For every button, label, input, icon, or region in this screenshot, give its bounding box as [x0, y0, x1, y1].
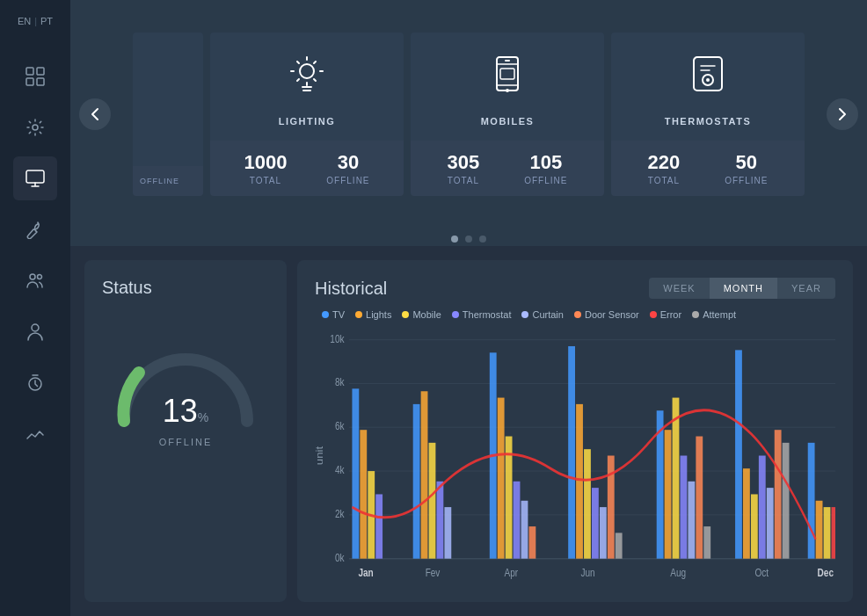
sidebar-item-grid[interactable]: [13, 54, 57, 98]
svg-point-7: [38, 275, 42, 279]
sidebar-item-settings[interactable]: [13, 105, 57, 149]
svg-rect-14: [500, 69, 514, 79]
thermostats-total-value: 220: [648, 151, 681, 174]
legend-door-sensor-dot: [574, 311, 581, 318]
historical-title: Historical: [315, 279, 387, 299]
device-card-mobiles: MOBILES 305 TOTAL 105 OFFLINE: [411, 33, 604, 196]
legend-tv-label: TV: [332, 309, 345, 320]
lighting-total-stat: 1000 TOTAL: [244, 151, 287, 185]
carousel-items: OFFLINE LIGHTING: [114, 33, 823, 196]
svg-rect-65: [775, 430, 782, 559]
svg-rect-38: [437, 482, 444, 559]
legend-door-sensor: Door Sensor: [574, 309, 639, 320]
gauge-value: 13%: [163, 393, 209, 430]
svg-rect-13: [505, 60, 510, 62]
svg-rect-54: [665, 430, 672, 559]
partial-offline-label: OFFLINE: [140, 177, 196, 185]
chart-legend: TV Lights Mobile Thermostat Curtain: [315, 309, 835, 320]
svg-rect-5: [26, 170, 44, 183]
svg-rect-68: [816, 501, 823, 559]
carousel-dot-2[interactable]: [479, 236, 486, 243]
legend-error: Error: [650, 309, 681, 320]
svg-rect-39: [444, 507, 451, 559]
svg-text:6k: 6k: [335, 419, 345, 432]
legend-curtain-label: Curtain: [532, 309, 563, 320]
mobiles-offline-stat: 105 OFFLINE: [524, 151, 567, 185]
thermostats-total-label: TOTAL: [648, 176, 681, 185]
svg-rect-57: [688, 482, 695, 559]
svg-text:Apr: Apr: [505, 566, 519, 579]
svg-rect-31: [352, 388, 359, 558]
svg-rect-63: [759, 456, 766, 559]
svg-rect-60: [735, 350, 742, 558]
svg-rect-52: [616, 533, 623, 558]
device-card-thermostats-bottom: 220 TOTAL 50 OFFLINE: [611, 141, 805, 196]
sidebar-item-timer[interactable]: [13, 360, 57, 404]
device-card-mobiles-bottom: 305 TOTAL 105 OFFLINE: [411, 141, 604, 196]
svg-rect-64: [767, 488, 774, 559]
carousel-next-button[interactable]: [827, 98, 858, 130]
legend-mobile: Mobile: [402, 309, 441, 320]
partial-card: OFFLINE: [133, 33, 203, 196]
gauge-container: 13%: [106, 324, 265, 430]
svg-rect-2: [26, 78, 33, 85]
gauge-number: 13: [163, 393, 198, 429]
svg-text:2k: 2k: [335, 506, 345, 519]
sidebar-item-users[interactable]: [13, 258, 57, 302]
device-card-lighting-top: LIGHTING: [210, 33, 404, 141]
legend-error-dot: [650, 311, 657, 318]
legend-tv-dot: [322, 311, 329, 318]
time-btn-year[interactable]: YEAR: [777, 278, 835, 299]
historical-panel: Historical WEEK MONTH YEAR TV Lights: [297, 260, 853, 602]
svg-rect-36: [421, 391, 428, 558]
language-switcher: EN | PT: [18, 9, 53, 33]
lighting-label: LIGHTING: [279, 116, 336, 127]
svg-text:Aug: Aug: [670, 566, 686, 579]
svg-rect-43: [514, 482, 521, 559]
thermostats-total-stat: 220 TOTAL: [648, 151, 681, 185]
lighting-total-value: 1000: [244, 151, 287, 174]
main-content: OFFLINE LIGHTING: [70, 0, 867, 616]
carousel-dot-0[interactable]: [451, 236, 458, 243]
svg-point-12: [506, 89, 509, 92]
carousel-prev-button[interactable]: [79, 98, 111, 130]
historical-header: Historical WEEK MONTH YEAR: [315, 278, 835, 299]
status-panel: Status 13% OFFLINE: [84, 260, 287, 602]
svg-rect-48: [584, 449, 591, 559]
svg-rect-69: [824, 507, 831, 559]
svg-rect-35: [413, 404, 420, 559]
svg-point-17: [706, 78, 710, 82]
svg-point-8: [32, 324, 39, 331]
svg-text:0k: 0k: [335, 550, 345, 563]
svg-rect-70: [832, 507, 835, 559]
lang-pt[interactable]: PT: [40, 16, 53, 26]
lighting-offline-value: 30: [326, 151, 369, 174]
gauge-sublabel: OFFLINE: [159, 437, 212, 447]
sidebar-item-user[interactable]: [13, 309, 57, 353]
svg-rect-55: [673, 398, 680, 559]
chart-svg: 10k 8k 6k 4k 2k 0k unit: [315, 327, 835, 584]
carousel-dot-1[interactable]: [465, 236, 472, 243]
svg-point-4: [33, 125, 38, 130]
legend-thermostat: Thermostat: [452, 309, 512, 320]
carousel-dots: [70, 228, 867, 246]
svg-text:unit: unit: [315, 446, 324, 465]
svg-rect-32: [360, 430, 367, 559]
sidebar-item-analytics[interactable]: [13, 411, 57, 455]
svg-rect-66: [783, 443, 790, 559]
svg-text:Dec: Dec: [818, 566, 834, 579]
legend-lights-label: Lights: [366, 309, 391, 320]
lang-en[interactable]: EN: [18, 16, 31, 26]
legend-thermostat-label: Thermostat: [463, 309, 512, 320]
time-btn-week[interactable]: WEEK: [649, 278, 709, 299]
svg-text:Fev: Fev: [426, 566, 441, 579]
svg-text:4k: 4k: [335, 463, 345, 476]
lighting-offline-stat: 30 OFFLINE: [326, 151, 369, 185]
sidebar-item-tools[interactable]: [13, 207, 57, 251]
time-btn-month[interactable]: MONTH: [710, 278, 777, 299]
legend-mobile-dot: [402, 311, 409, 318]
legend-mobile-label: Mobile: [412, 309, 441, 320]
mobiles-label: MOBILES: [481, 116, 535, 127]
sidebar-item-monitor[interactable]: [13, 156, 57, 200]
lighting-offline-label: OFFLINE: [326, 176, 369, 185]
